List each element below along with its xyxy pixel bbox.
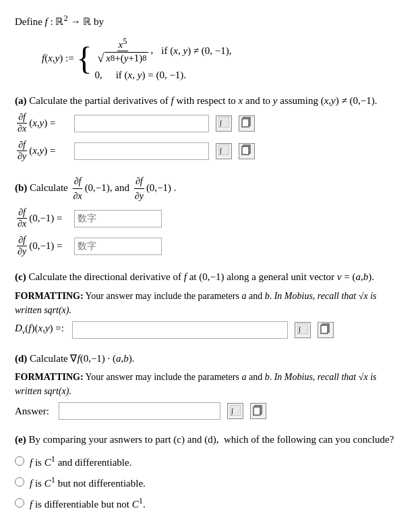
part-d-label: (d) Calculate ∇f(0,−1) · (a,b). xyxy=(15,351,405,366)
part-d: (d) Calculate ∇f(0,−1) · (a,b). FORMATTI… xyxy=(15,351,405,420)
problem-definition: Define f : ℝ2 → ℝ by xyxy=(15,12,405,30)
df-dx-at-input[interactable] xyxy=(74,210,162,227)
formula-icon-ans: ∫ xyxy=(230,405,241,418)
function-display: f(x,y) := { x5 √ x8 +(y+1)8 xyxy=(42,36,405,81)
radio-option-3: f is differentiable but not C1. xyxy=(15,496,405,510)
radio-label-2: f is C1 but not differentiable. xyxy=(30,475,146,489)
copy-btn-dy[interactable] xyxy=(239,143,255,159)
svg-rect-15 xyxy=(253,407,260,415)
copy-icon-dx xyxy=(241,117,252,130)
df-dy-input[interactable] xyxy=(74,142,209,160)
part-c-formatting: FORMATTING: Your answer may include the … xyxy=(15,289,405,317)
df-dy-at-label: ∂f ∂y (0,−1) = xyxy=(15,235,69,257)
answer-row: Answer: ∫ xyxy=(15,402,405,420)
part-a-label: (a) Calculate the partial derivatives of… xyxy=(15,93,405,109)
dv-row: Dv(f)(x,y) =: ∫ xyxy=(15,321,405,339)
svg-rect-7 xyxy=(242,146,249,155)
answer-label: Answer: xyxy=(15,406,49,417)
df-dx-at-label: ∂f ∂x (0,−1) = xyxy=(15,207,69,229)
formula-btn-dx[interactable]: ∫ xyxy=(216,115,232,132)
fraction: x5 √ x8 +(y+1)8 xyxy=(96,36,149,65)
part-c: (c) Calculate the directional derivative… xyxy=(15,269,405,339)
part-a: (a) Calculate the partial derivatives of… xyxy=(15,93,405,163)
radio-3[interactable] xyxy=(15,498,24,508)
part-e-label: (e) By comparing your asnwers to part (c… xyxy=(15,432,405,447)
svg-rect-11 xyxy=(321,325,328,333)
answer-input[interactable] xyxy=(59,402,220,420)
radio-1[interactable] xyxy=(15,456,24,466)
copy-icon-dy xyxy=(241,144,252,157)
copy-btn-dx[interactable] xyxy=(239,115,255,132)
formula-icon-dx: ∫ xyxy=(218,117,229,130)
df-dx-input[interactable] xyxy=(74,115,209,132)
dv-label: Dv(f)(x,y) =: xyxy=(15,323,64,337)
radio-option-2: f is C1 but not differentiable. xyxy=(15,475,405,489)
copy-icon-dv xyxy=(320,323,331,336)
case-1: x5 √ x8 +(y+1)8 , if (x, y) ≠ (0, −1), xyxy=(94,36,231,65)
svg-rect-3 xyxy=(242,119,249,127)
df-dy-label: ∂f ∂y (x,y) = xyxy=(15,140,69,162)
df-dy-row: ∂f ∂y (x,y) = ∫ xyxy=(15,140,405,162)
copy-btn-ans[interactable] xyxy=(250,403,266,419)
df-dy-at-input[interactable] xyxy=(74,238,162,255)
radio-group: f is C1 and differentiable. f is C1 but … xyxy=(15,454,405,518)
part-b-label: (b) Calculate ∂f ∂x (0,−1), and ∂f ∂y (0… xyxy=(15,174,405,203)
radio-label-1: f is C1 and differentiable. xyxy=(30,454,131,468)
part-b: (b) Calculate ∂f ∂x (0,−1), and ∂f ∂y (0… xyxy=(15,174,405,257)
part-d-formatting: FORMATTING: Your answer may include the … xyxy=(15,370,405,398)
formula-btn-dv[interactable]: ∫ xyxy=(295,322,311,338)
radio-2[interactable] xyxy=(15,477,24,487)
formula-btn-ans[interactable]: ∫ xyxy=(227,403,243,419)
piecewise-cases: x5 √ x8 +(y+1)8 , if (x, y) ≠ (0, −1), xyxy=(94,36,231,81)
formula-icon-dv: ∫ xyxy=(297,323,308,336)
df-dx-at-label-row: ∂f ∂x (0,−1) = xyxy=(15,207,405,229)
problem-header: Define f : ℝ2 → ℝ by f(x,y) := { x5 √ x8… xyxy=(15,12,405,81)
radio-label-3: f is differentiable but not C1. xyxy=(30,496,146,510)
df-dx-label: ∂f ∂x (x,y) = xyxy=(15,112,69,134)
copy-icon-ans xyxy=(253,405,264,418)
radio-option-1: f is C1 and differentiable. xyxy=(15,454,405,468)
formula-icon-dy: ∫ xyxy=(218,144,229,157)
dv-input[interactable] xyxy=(72,321,288,339)
formula-btn-dy[interactable]: ∫ xyxy=(216,143,232,159)
part-e: (e) By comparing your asnwers to part (c… xyxy=(15,432,405,517)
brace: { xyxy=(76,43,92,75)
df-dy-at-label-row: ∂f ∂y (0,−1) = xyxy=(15,235,405,257)
case-2: 0, if (x, y) = (0, −1). xyxy=(94,70,231,81)
part-c-label: (c) Calculate the directional derivative… xyxy=(15,269,405,285)
copy-btn-dv[interactable] xyxy=(318,322,334,338)
df-dx-row: ∂f ∂x (x,y) = ∫ xyxy=(15,112,405,134)
function-name: f xyxy=(42,53,44,64)
